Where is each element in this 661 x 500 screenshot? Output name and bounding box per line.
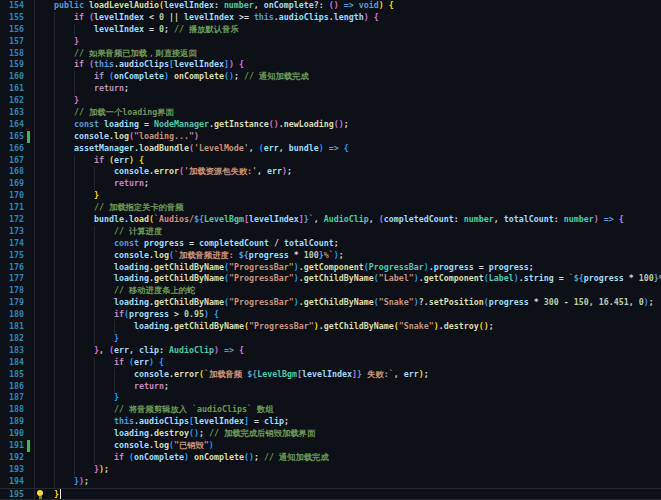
code-line-168[interactable]: 168console.error('加载资源包失败:', err); (0, 166, 661, 178)
line-number[interactable]: 179 (0, 297, 24, 309)
code-line-169[interactable]: 169return; (0, 178, 661, 190)
code-line-173[interactable]: 173// 计算进度 (0, 226, 661, 238)
code-text[interactable]: if (this.audioClips[levelIndex]) { (34, 59, 661, 71)
line-number[interactable]: 175 (0, 250, 24, 262)
line-number[interactable]: 187 (0, 392, 24, 404)
code-line-195[interactable]: 195} (0, 488, 661, 500)
line-number[interactable]: 154 (0, 0, 24, 12)
line-number[interactable]: 185 (0, 369, 24, 381)
code-text[interactable]: loading.getChildByName("ProgressBar").ge… (34, 262, 661, 274)
code-text[interactable]: loading.destroy(); // 加载完成后销毁加载界面 (34, 428, 661, 440)
line-number[interactable]: 165 (0, 131, 24, 143)
code-text[interactable]: // 如果音频已加载，则直接返回 (34, 48, 661, 60)
code-line-184[interactable]: 184if (err) { (0, 357, 661, 369)
code-text[interactable]: const loading = NodeManager.getInstance(… (34, 119, 661, 131)
code-text[interactable]: const progress = completedCount / totalC… (34, 238, 661, 250)
line-number[interactable]: 174 (0, 238, 24, 250)
line-number[interactable]: 155 (0, 12, 24, 24)
line-number[interactable]: 169 (0, 178, 24, 190)
code-line-170[interactable]: 170} (0, 190, 661, 202)
line-number[interactable]: 157 (0, 36, 24, 48)
code-line-181[interactable]: 181loading.getChildByName("ProgressBar")… (0, 321, 661, 333)
code-line-190[interactable]: 190loading.destroy(); // 加载完成后销毁加载界面 (0, 428, 661, 440)
line-number[interactable]: 158 (0, 48, 24, 60)
line-number[interactable]: 159 (0, 59, 24, 71)
code-text[interactable]: return; (34, 83, 661, 95)
code-line-180[interactable]: 180if(progress > 0.95) { (0, 309, 661, 321)
code-text[interactable]: console.log("已销毁") (34, 440, 661, 452)
code-text[interactable]: if (onComplete) onComplete(); // 通知加载完成 (34, 71, 661, 83)
code-text[interactable]: } (34, 489, 661, 500)
line-number[interactable]: 191 (0, 440, 24, 452)
code-text[interactable]: if (err) { (34, 155, 661, 167)
code-line-191[interactable]: 191console.log("已销毁") (0, 440, 661, 452)
code-line-193[interactable]: 193}); (0, 464, 661, 476)
line-number[interactable]: 189 (0, 416, 24, 428)
code-editor[interactable]: 154public loadLevelAudio(levelIndex: num… (0, 0, 661, 500)
line-number[interactable]: 160 (0, 71, 24, 83)
code-line-155[interactable]: 155if (levelIndex < 0 || levelIndex >= t… (0, 12, 661, 24)
code-text[interactable]: console.error(`加载音频 ${LevelBgm[levelInde… (34, 369, 661, 381)
line-number[interactable]: 161 (0, 83, 24, 95)
code-text[interactable]: // 将音频剪辑放入 `audioClips` 数组 (34, 404, 661, 416)
code-text[interactable]: levelIndex = 0; // 播放默认音乐 (34, 24, 661, 36)
code-text[interactable]: public loadLevelAudio(levelIndex: number… (34, 0, 661, 12)
code-text[interactable]: // 加载一个loading界面 (34, 107, 661, 119)
line-number[interactable]: 184 (0, 357, 24, 369)
code-line-186[interactable]: 186return; (0, 381, 661, 393)
code-text[interactable]: }); (34, 476, 661, 488)
code-line-159[interactable]: 159if (this.audioClips[levelIndex]) { (0, 59, 661, 71)
code-text[interactable]: } (34, 95, 661, 107)
code-line-183[interactable]: 183}, (err, clip: AudioClip) => { (0, 345, 661, 357)
line-number[interactable]: 156 (0, 24, 24, 36)
code-line-178[interactable]: 178// 移动进度条上的蛇 (0, 285, 661, 297)
line-number[interactable]: 190 (0, 428, 24, 440)
code-line-166[interactable]: 166assetManager.loadBundle('LevelMode', … (0, 143, 661, 155)
code-line-194[interactable]: 194}); (0, 476, 661, 488)
code-line-179[interactable]: 179loading.getChildByName("ProgressBar")… (0, 297, 661, 309)
code-text[interactable]: } (34, 333, 661, 345)
line-number[interactable]: 166 (0, 143, 24, 155)
code-text[interactable]: this.audioClips[levelIndex] = clip; (34, 416, 661, 428)
code-line-167[interactable]: 167if (err) { (0, 155, 661, 167)
line-number[interactable]: 180 (0, 309, 24, 321)
line-number[interactable]: 162 (0, 95, 24, 107)
line-number[interactable]: 194 (0, 476, 24, 488)
code-text[interactable]: bundle.load(`Audios/${LevelBgm[levelInde… (34, 214, 661, 226)
line-number[interactable]: 188 (0, 404, 24, 416)
line-number[interactable]: 176 (0, 262, 24, 274)
line-number[interactable]: 192 (0, 452, 24, 464)
git-added-indicator[interactable] (27, 131, 30, 143)
code-text[interactable]: }, (err, clip: AudioClip) => { (34, 345, 661, 357)
code-text[interactable]: loading.getChildByName("ProgressBar").ge… (34, 273, 661, 285)
code-line-176[interactable]: 176loading.getChildByName("ProgressBar")… (0, 262, 661, 274)
code-text[interactable]: assetManager.loadBundle('LevelMode', (er… (34, 143, 661, 155)
line-number[interactable]: 182 (0, 333, 24, 345)
code-line-172[interactable]: 172bundle.load(`Audios/${LevelBgm[levelI… (0, 214, 661, 226)
code-line-192[interactable]: 192if (onComplete) onComplete(); // 通知加载… (0, 452, 661, 464)
code-text[interactable]: if (err) { (34, 357, 661, 369)
code-line-189[interactable]: 189this.audioClips[levelIndex] = clip; (0, 416, 661, 428)
code-line-185[interactable]: 185console.error(`加载音频 ${LevelBgm[levelI… (0, 369, 661, 381)
code-line-157[interactable]: 157} (0, 36, 661, 48)
code-line-161[interactable]: 161return; (0, 83, 661, 95)
code-line-182[interactable]: 182} (0, 333, 661, 345)
line-number[interactable]: 172 (0, 214, 24, 226)
line-number[interactable]: 167 (0, 155, 24, 167)
code-text[interactable]: // 移动进度条上的蛇 (34, 285, 661, 297)
line-number[interactable]: 168 (0, 166, 24, 178)
code-text[interactable]: return; (34, 381, 661, 393)
code-line-165[interactable]: 165console.log("loading...") (0, 131, 661, 143)
code-line-156[interactable]: 156levelIndex = 0; // 播放默认音乐 (0, 24, 661, 36)
code-text[interactable]: } (34, 392, 661, 404)
code-text[interactable]: if (onComplete) onComplete(); // 通知加载完成 (34, 452, 661, 464)
code-line-188[interactable]: 188// 将音频剪辑放入 `audioClips` 数组 (0, 404, 661, 416)
code-text[interactable]: if(progress > 0.95) { (34, 309, 661, 321)
code-text[interactable]: console.log(`加载音频进度: ${progress * 100}%`… (34, 250, 661, 262)
code-text[interactable]: if (levelIndex < 0 || levelIndex >= this… (34, 12, 661, 24)
code-line-175[interactable]: 175console.log(`加载音频进度: ${progress * 100… (0, 250, 661, 262)
line-number[interactable]: 173 (0, 226, 24, 238)
git-added-indicator[interactable] (27, 440, 30, 452)
code-text[interactable]: loading.getChildByName("ProgressBar").ge… (34, 297, 661, 309)
code-line-154[interactable]: 154public loadLevelAudio(levelIndex: num… (0, 0, 661, 12)
